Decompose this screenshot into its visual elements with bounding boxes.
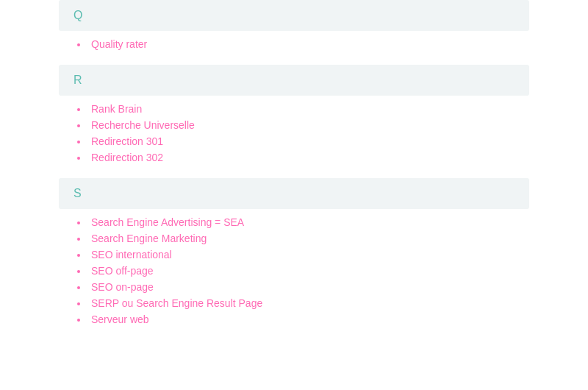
list-item-link[interactable]: SEO off-page	[91, 265, 154, 277]
section-Q: QQuality rater	[74, 0, 514, 50]
section-header-Q: Q	[59, 0, 529, 31]
section-letter-R: R	[74, 74, 82, 86]
list-item: Redirection 301	[88, 135, 514, 147]
list-item-link[interactable]: Redirection 301	[91, 135, 163, 147]
list-item-link[interactable]: Redirection 302	[91, 152, 163, 163]
list-item-link[interactable]: Recherche Universelle	[91, 119, 195, 131]
list-item: Search Engine Marketing	[88, 233, 514, 244]
list-item-link[interactable]: Search Engine Advertising = SEA	[91, 216, 244, 228]
list-item-link[interactable]: Quality rater	[91, 38, 147, 50]
list-item: SERP ou Search Engine Result Page	[88, 297, 514, 309]
list-item: SEO international	[88, 249, 514, 260]
section-letter-Q: Q	[74, 9, 82, 21]
list-item: Search Engine Advertising = SEA	[88, 216, 514, 228]
list-item-link[interactable]: Rank Brain	[91, 103, 142, 115]
list-item-link[interactable]: SEO international	[91, 249, 172, 260]
section-header-R: R	[59, 65, 529, 96]
main-content: QQuality raterRRank BrainRecherche Unive…	[0, 0, 588, 325]
list-item: Quality rater	[88, 38, 514, 50]
list-item: Rank Brain	[88, 103, 514, 115]
items-list-S: Search Engine Advertising = SEASearch En…	[74, 216, 514, 325]
list-item: Serveur web	[88, 313, 514, 325]
list-item: SEO on-page	[88, 281, 514, 293]
items-list-Q: Quality rater	[74, 38, 514, 50]
list-item: Recherche Universelle	[88, 119, 514, 131]
section-header-S: S	[59, 178, 529, 209]
section-R: RRank BrainRecherche UniverselleRedirect…	[74, 65, 514, 163]
section-letter-S: S	[74, 187, 82, 199]
list-item-link[interactable]: Serveur web	[91, 313, 149, 325]
list-item-link[interactable]: SEO on-page	[91, 281, 154, 293]
list-item-link[interactable]: Search Engine Marketing	[91, 233, 207, 244]
list-item: Redirection 302	[88, 152, 514, 163]
list-item: SEO off-page	[88, 265, 514, 277]
section-S: SSearch Engine Advertising = SEASearch E…	[74, 178, 514, 325]
items-list-R: Rank BrainRecherche UniverselleRedirecti…	[74, 103, 514, 163]
list-item-link[interactable]: SERP ou Search Engine Result Page	[91, 297, 262, 309]
